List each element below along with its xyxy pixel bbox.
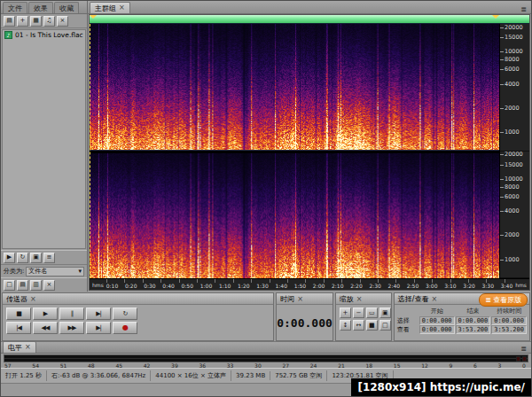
freq-tick-label: 15000: [505, 161, 523, 168]
end-value[interactable]: 3:53.200: [456, 325, 491, 334]
play-button[interactable]: ▶: [33, 307, 58, 320]
time-display[interactable]: 0:00.000: [277, 305, 332, 340]
file-list-item[interactable]: ♪ 01 - Is This Love.flac: [3, 30, 85, 40]
spectrogram-area: 20000150001000080006000400020001000 2000…: [90, 24, 529, 278]
play-from-cursor-button[interactable]: ▶|: [86, 307, 111, 320]
zoom-out-button[interactable]: −: [353, 307, 364, 318]
edit-file-button[interactable]: ▦: [30, 16, 42, 27]
panel-title: 时间: [280, 294, 294, 304]
zoom-button-icon: ↔: [356, 323, 361, 329]
expand-all-button[interactable]: ▤: [17, 280, 28, 291]
file-name: 01 - Is This Love.flac: [15, 31, 83, 39]
freq-tick-label: 2000: [505, 231, 520, 238]
zoom-left-edge-button[interactable]: ■: [366, 320, 378, 331]
zoom-in-button[interactable]: +: [340, 307, 351, 318]
tab-levels[interactable]: 电平 ×: [3, 341, 36, 353]
spectrogram-right-channel[interactable]: [90, 153, 499, 279]
remove-file-button[interactable]: ×: [43, 280, 55, 291]
open-file-button[interactable]: +: [17, 16, 28, 27]
play-file-button[interactable]: ▶: [4, 253, 15, 263]
levels-tabbar: 电平 × ≣: [1, 342, 531, 354]
time-tick-label: 2:00: [313, 283, 325, 289]
files-panel-tabbar: 文件 × 效果 × 收藏 ×: [1, 1, 87, 14]
frequency-ruler[interactable]: 20000150001000080006000400020001000 2000…: [499, 24, 529, 278]
transport-panel-header[interactable]: 传送器 ×: [3, 293, 273, 305]
collapse-all-button[interactable]: ▥: [30, 280, 42, 291]
spectrogram-canvas-right[interactable]: [90, 153, 499, 279]
transport-button-icon: ▶|: [96, 311, 101, 317]
level-meter[interactable]: [4, 354, 528, 362]
time-tick-label: 1:50: [294, 283, 306, 289]
close-icon[interactable]: ×: [119, 4, 125, 12]
end-value[interactable]: 0:00.000: [456, 316, 491, 325]
fast-forward-button[interactable]: ▶▶: [59, 322, 84, 334]
selection-handle-left-icon[interactable]: [90, 15, 97, 22]
spectrogram-channels[interactable]: [90, 24, 499, 278]
pause-button[interactable]: ∥: [59, 307, 84, 320]
time-tick-label: 1:30: [256, 283, 268, 289]
close-icon[interactable]: ×: [297, 295, 303, 303]
panel-title: 缩放: [340, 294, 354, 304]
zoom-right-edge-button[interactable]: □: [379, 320, 391, 331]
badge-icon: ≣: [485, 296, 491, 304]
time-tick-label: 1:40: [275, 283, 286, 289]
close-icon[interactable]: ×: [25, 344, 31, 351]
close-icon[interactable]: ×: [30, 295, 36, 303]
panel-options-button[interactable]: ≡: [43, 253, 55, 263]
tab-favorites[interactable]: 收藏 ×: [54, 2, 79, 13]
transport-button-icon: ■: [16, 311, 21, 317]
freq-tick-label: 8000: [505, 56, 520, 63]
clip-indicator[interactable]: [516, 356, 520, 362]
duration-value[interactable]: 3:53.200: [491, 325, 527, 334]
panel-menu-icon[interactable]: ≣: [518, 345, 529, 353]
start-value[interactable]: 0:00.000: [419, 316, 455, 325]
zoom-panel-header[interactable]: 缩放 ×: [336, 293, 391, 305]
spectrogram-canvas-left[interactable]: [90, 24, 499, 150]
clip-indicator[interactable]: [522, 356, 527, 362]
record-button[interactable]: ●: [113, 322, 137, 334]
play-looped-button[interactable]: ↻: [113, 307, 137, 320]
zoom-in-vertical-button[interactable]: ↕: [340, 320, 351, 331]
rewind-button[interactable]: ◀◀: [33, 322, 58, 334]
close-icon[interactable]: ×: [432, 295, 438, 303]
spectrogram-left-channel[interactable]: [90, 24, 499, 150]
file-list[interactable]: ♪ 01 - Is This Love.flac: [2, 29, 86, 249]
zoom-out-vertical-button[interactable]: ↔: [353, 320, 364, 331]
watermark-badge[interactable]: ≣ 查看原版: [479, 293, 528, 307]
time-ruler[interactable]: hms 0:100:200:300:400:501:001:101:201:30…: [90, 278, 529, 290]
sort-dropdown[interactable]: 文件名 ▾: [26, 267, 84, 276]
waveform-overview-bar[interactable]: [90, 15, 529, 24]
go-to-beginning-button[interactable]: |◀: [6, 322, 31, 334]
time-tick-label: 0:50: [182, 283, 193, 289]
loop-play-button[interactable]: ↻: [17, 253, 28, 263]
tab-files[interactable]: 文件 ×: [3, 2, 27, 13]
freq-tick-label: 6000: [505, 193, 520, 200]
insert-to-multitrack-button[interactable]: ♫: [43, 16, 55, 27]
new-folder-button[interactable]: □: [4, 280, 15, 291]
folder-button-icon: ×: [47, 282, 52, 288]
import-file-button[interactable]: ▤: [4, 16, 15, 27]
go-to-end-button[interactable]: ▶|: [86, 322, 111, 334]
status-item: 打开 1.25 秒: [1, 370, 47, 381]
playback-cursor[interactable]: [90, 24, 90, 278]
tab-main-group[interactable]: 主群组 ×: [90, 2, 130, 13]
audition-window: 文件 × 效果 × 收藏 ×: [0, 0, 532, 397]
time-tick-label: 1:20: [238, 283, 249, 289]
frequency-ruler-top: 20000150001000080006000400020001000: [500, 24, 529, 152]
panel-menu-icon[interactable]: ≣: [518, 5, 529, 13]
spectral-view[interactable]: 20000150001000080006000400020001000 2000…: [89, 14, 530, 291]
start-value[interactable]: 0:00.000: [419, 325, 455, 334]
sort-label: 分类为:: [4, 267, 24, 276]
zoom-full-button[interactable]: ▣: [379, 307, 391, 318]
close-file-button[interactable]: ×: [57, 16, 68, 27]
tab-effects[interactable]: 效果 ×: [28, 2, 53, 13]
selection-handle-right-icon[interactable]: [492, 15, 499, 22]
transport-button-icon: ↻: [123, 311, 128, 317]
time-panel-header[interactable]: 时间 ×: [277, 293, 332, 305]
zoom-to-selection-button[interactable]: ▭: [366, 307, 378, 318]
duration-value[interactable]: 0:00.000: [491, 316, 527, 325]
auto-play-toggle[interactable]: ▣: [30, 253, 42, 263]
stop-button[interactable]: ■: [6, 307, 31, 320]
time-tick-label: 2:20: [350, 283, 362, 289]
close-icon[interactable]: ×: [356, 295, 363, 303]
